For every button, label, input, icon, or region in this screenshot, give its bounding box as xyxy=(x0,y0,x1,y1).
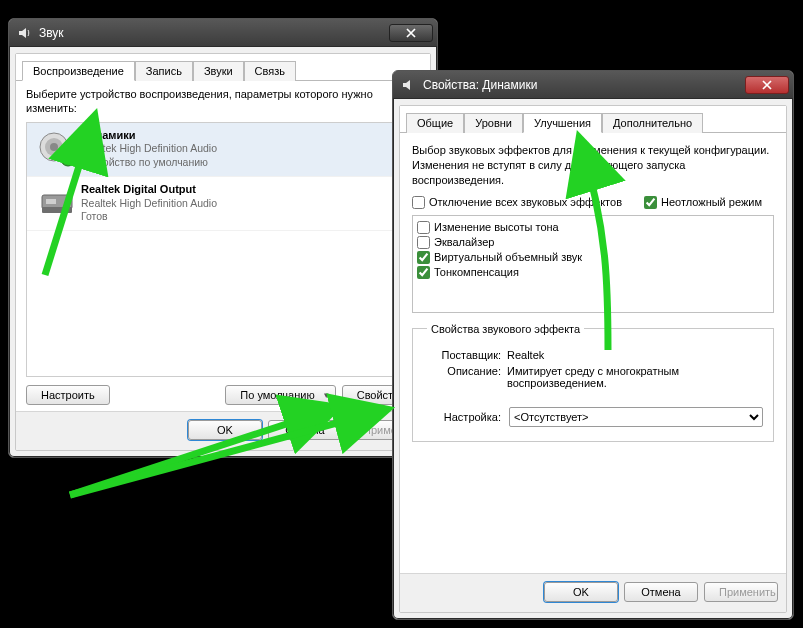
properties-window: Свойства: Динамики Общие Уровни Улучшени… xyxy=(392,70,794,620)
effect-label: Тонкомпенсация xyxy=(434,266,519,278)
device-driver: Realtek High Definition Audio xyxy=(81,142,217,154)
disable-all-checkbox[interactable]: Отключение всех звуковых эффектов xyxy=(412,196,622,209)
sound-window: Звук Воспроизведение Запись Звуки Связь … xyxy=(8,18,438,458)
effect-item[interactable]: Виртуальный объемный звук xyxy=(417,250,769,265)
effect-properties-legend: Свойства звукового эффекта xyxy=(427,323,584,335)
immediate-input[interactable] xyxy=(644,196,657,209)
cancel-button[interactable]: Отмена xyxy=(268,420,342,440)
immediate-checkbox[interactable]: Неотложный режим xyxy=(644,196,762,209)
effect-properties-group: Свойства звукового эффекта Поставщик: Re… xyxy=(412,323,774,442)
svg-rect-6 xyxy=(46,199,56,204)
device-status: Готов xyxy=(81,210,108,222)
effects-list[interactable]: Изменение высоты тона Эквалайзер Виртуал… xyxy=(412,215,774,313)
immediate-label: Неотложный режим xyxy=(661,196,762,208)
device-icon-digital xyxy=(35,183,81,223)
props-titlebar[interactable]: Свойства: Динамики xyxy=(393,71,793,99)
ok-button[interactable]: OK xyxy=(188,420,262,440)
disable-all-input[interactable] xyxy=(412,196,425,209)
device-row[interactable]: Realtek Digital Output Realtek High Defi… xyxy=(27,177,419,231)
props-title: Свойства: Динамики xyxy=(423,78,745,92)
effect-checkbox[interactable] xyxy=(417,236,430,249)
vendor-value: Realtek xyxy=(507,349,763,361)
sound-client: Воспроизведение Запись Звуки Связь Выбер… xyxy=(15,53,431,451)
tab-enhancements[interactable]: Улучшения xyxy=(523,113,602,133)
svg-rect-5 xyxy=(42,207,72,213)
tab-recording[interactable]: Запись xyxy=(135,61,193,81)
effect-checkbox[interactable] xyxy=(417,221,430,234)
effect-item[interactable]: Изменение высоты тона xyxy=(417,220,769,235)
props-client: Общие Уровни Улучшения Дополнительно Выб… xyxy=(399,105,787,613)
tab-advanced[interactable]: Дополнительно xyxy=(602,113,703,133)
config-label: Настройка: xyxy=(427,411,501,423)
apply-button[interactable]: Применить xyxy=(704,582,778,602)
cancel-button[interactable]: Отмена xyxy=(624,582,698,602)
sound-tabbar: Воспроизведение Запись Звуки Связь xyxy=(16,54,430,81)
device-status: Устройство по умолчанию xyxy=(81,156,208,168)
device-name: Realtek Digital Output xyxy=(81,183,196,195)
effect-item[interactable]: Эквалайзер xyxy=(417,235,769,250)
set-default-button[interactable]: По умолчанию xyxy=(225,385,335,405)
tab-sounds[interactable]: Звуки xyxy=(193,61,244,81)
device-driver: Realtek High Definition Audio xyxy=(81,197,217,209)
configure-button[interactable]: Настроить xyxy=(26,385,110,405)
tab-playback[interactable]: Воспроизведение xyxy=(22,61,135,81)
tab-comms[interactable]: Связь xyxy=(244,61,296,81)
close-button[interactable] xyxy=(389,24,433,42)
speaker-icon xyxy=(401,77,417,93)
device-name: Динамики xyxy=(81,129,136,141)
device-list[interactable]: Динамики Realtek High Definition Audio У… xyxy=(26,122,420,377)
desc-label: Описание: xyxy=(427,365,501,389)
desc-value: Имитирует среду с многократным воспроизв… xyxy=(507,365,763,389)
svg-point-3 xyxy=(61,152,75,166)
tab-levels[interactable]: Уровни xyxy=(464,113,523,133)
effect-checkbox[interactable] xyxy=(417,266,430,279)
effect-item[interactable]: Тонкомпенсация xyxy=(417,265,769,280)
device-icon-speaker xyxy=(35,129,81,169)
vendor-label: Поставщик: xyxy=(427,349,501,361)
sound-title: Звук xyxy=(39,26,389,40)
speaker-icon xyxy=(17,25,33,41)
svg-point-2 xyxy=(50,143,58,151)
effect-checkbox[interactable] xyxy=(417,251,430,264)
props-tabbar: Общие Уровни Улучшения Дополнительно xyxy=(400,106,786,133)
ok-button[interactable]: OK xyxy=(544,582,618,602)
config-select[interactable]: <Отсутствует> xyxy=(509,407,763,427)
device-row[interactable]: Динамики Realtek High Definition Audio У… xyxy=(27,123,419,177)
disable-all-label: Отключение всех звуковых эффектов xyxy=(429,196,622,208)
effect-label: Эквалайзер xyxy=(434,236,494,248)
sound-titlebar[interactable]: Звук xyxy=(9,19,437,47)
effect-label: Изменение высоты тона xyxy=(434,221,559,233)
effect-label: Виртуальный объемный звук xyxy=(434,251,582,263)
sound-instruction: Выберите устройство воспроизведения, пар… xyxy=(26,87,420,116)
props-description: Выбор звуковых эффектов для применения к… xyxy=(412,143,774,188)
tab-general[interactable]: Общие xyxy=(406,113,464,133)
close-button[interactable] xyxy=(745,76,789,94)
